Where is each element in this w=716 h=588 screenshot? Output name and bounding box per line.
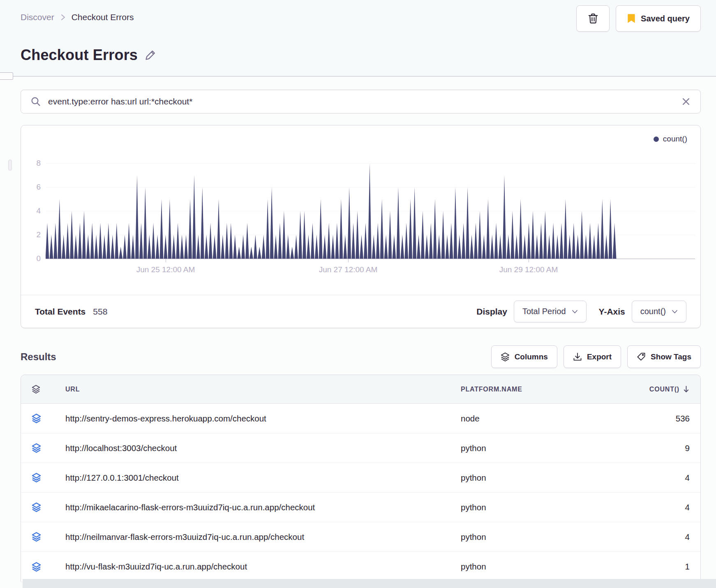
export-button[interactable]: Export: [564, 345, 621, 368]
y-axis-tick: 4: [21, 206, 41, 215]
open-stack-icon[interactable]: [32, 443, 41, 453]
trash-icon: [588, 13, 598, 24]
url-cell: http://127.0.0.1:3001/checkout: [58, 473, 461, 483]
table-row[interactable]: http://vu-flask-m3uuizd7iq-uc.a.run.app/…: [21, 552, 700, 581]
platform-cell: python: [461, 473, 625, 483]
count-cell: 4: [625, 473, 690, 483]
table-row[interactable]: http://127.0.0.1:3001/checkout python 4: [21, 463, 700, 493]
x-axis-tickmark: [529, 259, 529, 262]
table-header-row: URL PLATFORM.NAME COUNT(): [21, 375, 700, 404]
breadcrumb-discover[interactable]: Discover: [21, 12, 54, 22]
column-header-platform[interactable]: PLATFORM.NAME: [461, 386, 625, 393]
table-row[interactable]: http://localhost:3003/checkout python 9: [21, 433, 700, 463]
url-cell: http://neilmanvar-flask-errors-m3uuizd7i…: [58, 532, 461, 542]
bookmark-icon: [627, 14, 636, 23]
x-axis-tickmark: [348, 259, 349, 262]
y-axis-tick: 8: [21, 159, 41, 168]
search-icon: [31, 97, 41, 106]
open-stack-icon[interactable]: [32, 562, 41, 572]
export-download-icon: [573, 352, 582, 362]
sidebar-collapse-handle[interactable]: [0, 72, 13, 80]
results-heading: Results: [21, 351, 56, 363]
search-input[interactable]: [48, 97, 674, 106]
edit-title-pencil-icon[interactable]: [144, 49, 157, 61]
table-row[interactable]: http://neilmanvar-flask-errors-m3uuizd7i…: [21, 522, 700, 552]
open-stack-icon[interactable]: [32, 472, 41, 483]
page-header: Discover Checkout Errors: [0, 0, 716, 76]
count-cell: 4: [625, 502, 690, 512]
platform-cell: python: [461, 502, 625, 512]
header-stack-icon-cell: [32, 384, 58, 394]
open-stack-icon[interactable]: [32, 413, 41, 424]
url-cell: http://vu-flask-m3uuizd7iq-uc.a.run.app/…: [58, 562, 461, 572]
chart-footer: Total Events 558 Display Total Period Y-…: [21, 295, 700, 328]
yaxis-dropdown[interactable]: count(): [632, 301, 686, 322]
y-axis-tick: 6: [21, 183, 41, 192]
breadcrumb-current: Checkout Errors: [72, 12, 134, 22]
chart-legend[interactable]: count(): [654, 134, 687, 144]
show-tags-label: Show Tags: [651, 352, 691, 361]
sort-desc-arrow-icon: [683, 385, 690, 393]
x-axis-tick: Jun 27 12:00 AM: [319, 265, 378, 274]
table-row[interactable]: http://mikaelacarino-flask-errors-m3uuiz…: [21, 493, 700, 522]
yaxis-value: count(): [640, 307, 666, 316]
display-dropdown[interactable]: Total Period: [514, 301, 587, 322]
url-cell: http://sentry-demos-express.herokuapp.co…: [58, 414, 461, 424]
x-axis-tick: Jun 29 12:00 AM: [499, 265, 558, 274]
count-cell: 536: [625, 414, 690, 424]
x-axis-tick: Jun 25 12:00 AM: [136, 265, 195, 274]
chart-series-area[interactable]: [46, 163, 695, 259]
drag-handle[interactable]: [8, 160, 12, 171]
column-header-url[interactable]: URL: [58, 386, 461, 393]
columns-stack-icon: [501, 352, 510, 362]
y-axis-tick: 2: [21, 230, 41, 239]
chart-area: count() 8 6 4 2 0 Jun 25 12:00 AM Jun 27…: [21, 125, 700, 295]
count-cell: 1: [625, 562, 690, 572]
show-tags-button[interactable]: Show Tags: [627, 345, 701, 368]
saved-query-label: Saved query: [641, 14, 690, 23]
legend-dot: [654, 137, 659, 142]
display-label: Display: [476, 307, 507, 317]
url-cell: http://mikaelacarino-flask-errors-m3uuiz…: [58, 502, 461, 512]
stack-icon: [32, 384, 40, 394]
platform-cell: python: [461, 532, 625, 542]
x-axis-line: [46, 259, 695, 259]
export-label: Export: [587, 352, 612, 361]
display-value: Total Period: [522, 307, 566, 316]
delete-query-button[interactable]: [576, 5, 610, 32]
table-body: http://sentry-demos-express.herokuapp.co…: [21, 404, 700, 581]
y-axis-tick: 0: [21, 254, 41, 263]
chevron-down-icon: [672, 310, 678, 314]
columns-button[interactable]: Columns: [491, 345, 557, 368]
open-stack-icon[interactable]: [32, 502, 41, 512]
tag-icon: [637, 352, 646, 362]
yaxis-label: Y-Axis: [599, 307, 625, 317]
bottom-strip: [23, 579, 716, 588]
total-events-label: Total Events: [35, 307, 85, 317]
platform-cell: python: [461, 562, 625, 572]
results-table: URL PLATFORM.NAME COUNT(): [21, 375, 701, 581]
chevron-right-icon: [60, 13, 66, 22]
chevron-down-icon: [572, 310, 578, 314]
url-cell: http://localhost:3003/checkout: [58, 443, 461, 453]
platform-cell: python: [461, 443, 625, 453]
x-axis-tickmark: [166, 259, 166, 262]
search-bar[interactable]: [21, 90, 701, 113]
saved-query-button[interactable]: Saved query: [616, 5, 701, 32]
total-events-value: 558: [93, 307, 107, 317]
count-cell: 4: [625, 532, 690, 542]
count-header-label: COUNT(): [649, 386, 679, 393]
count-cell: 9: [625, 443, 690, 453]
section-divider: [0, 76, 716, 76]
columns-label: Columns: [515, 352, 548, 361]
platform-cell: node: [461, 414, 625, 424]
open-stack-icon[interactable]: [32, 532, 41, 542]
breadcrumb: Discover Checkout Errors: [21, 12, 134, 22]
clear-search-icon[interactable]: [681, 97, 691, 106]
column-header-count[interactable]: COUNT(): [625, 385, 690, 393]
page-title: Checkout Errors: [21, 46, 138, 64]
legend-label: count(): [663, 134, 687, 144]
table-row[interactable]: http://sentry-demos-express.herokuapp.co…: [21, 404, 700, 433]
chart-panel: count() 8 6 4 2 0 Jun 25 12:00 AM Jun 27…: [21, 125, 701, 328]
